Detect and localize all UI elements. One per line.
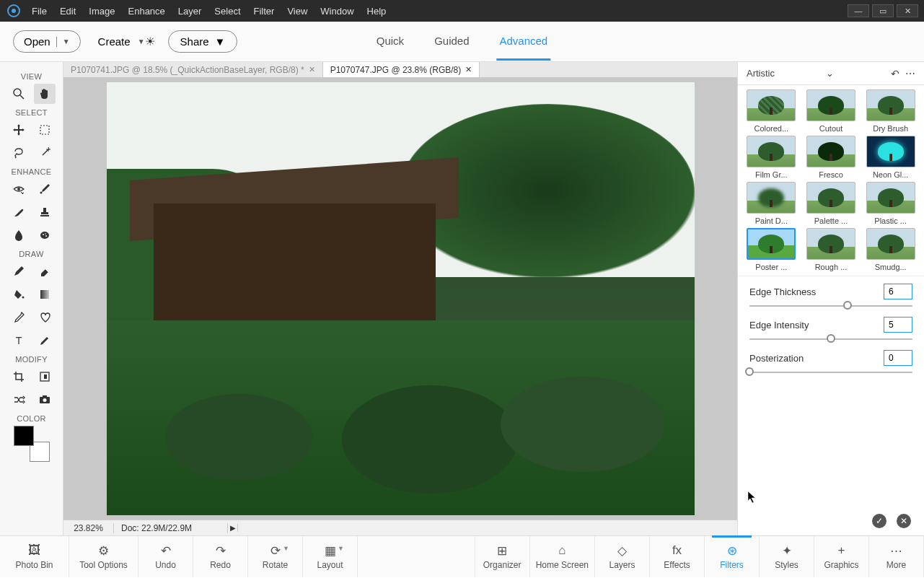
canvas-viewport[interactable] [63, 77, 737, 520]
menu-file[interactable]: File [32, 6, 47, 17]
sponge-icon[interactable] [34, 225, 56, 245]
eye-icon[interactable] [8, 179, 30, 199]
slider-track[interactable] [749, 305, 912, 307]
reset-icon[interactable]: ↶ [891, 68, 899, 79]
bb-rotate[interactable]: ⟳Rotate▼ [248, 536, 303, 577]
bb-home-screen[interactable]: ⌂Home Screen [530, 536, 595, 577]
dropper-icon[interactable] [8, 307, 30, 328]
section-label: SELECT [0, 108, 63, 117]
marquee-icon[interactable] [34, 120, 56, 140]
eraser-icon[interactable] [34, 261, 56, 281]
crop-icon[interactable] [8, 367, 30, 387]
menu-image[interactable]: Image [89, 6, 115, 17]
bb-more[interactable]: ⋯More [869, 536, 924, 577]
hand-icon[interactable] [34, 84, 56, 104]
brush-icon[interactable] [8, 261, 30, 281]
slider-handle[interactable] [745, 367, 754, 376]
filter-item[interactable]: Paint D... [744, 182, 799, 225]
svg-rect-24 [43, 395, 47, 398]
panel-header: Artistic ⌄ ↶ ⋯ [738, 62, 924, 85]
filter-item[interactable]: Colored... [744, 89, 799, 133]
bb-layout[interactable]: ▦Layout▼ [303, 536, 358, 577]
more-icon: ⋯ [890, 543, 902, 558]
tab-quick[interactable]: Quick [374, 23, 407, 61]
slider-track[interactable] [749, 338, 912, 340]
bb-label: Redo [210, 560, 231, 570]
filter-category[interactable]: Artistic [747, 68, 775, 79]
menu-window[interactable]: Window [320, 6, 353, 17]
bb-styles[interactable]: ✦Styles [760, 536, 814, 577]
cancel-button[interactable]: ✕ [897, 514, 911, 528]
filter-item[interactable]: Rough ... [804, 228, 859, 271]
filter-item[interactable]: Film Gr... [744, 136, 799, 179]
svg-rect-10 [43, 208, 46, 212]
filter-item[interactable]: Poster ... [744, 228, 799, 271]
filter-item[interactable]: Dry Brush [863, 89, 918, 133]
slider-handle[interactable] [827, 334, 835, 343]
filter-item[interactable]: Palette ... [804, 182, 859, 225]
close-tab-icon[interactable]: ✕ [465, 65, 472, 74]
bb-undo[interactable]: ↶Undo [138, 536, 193, 577]
close-button[interactable]: ✕ [897, 4, 918, 17]
menu-enhance[interactable]: Enhance [128, 6, 165, 17]
menu-help[interactable]: Help [367, 6, 387, 17]
document-tab[interactable]: P1070747.JPG @ 23.8% (RGB/8)✕ [323, 62, 480, 77]
control-input[interactable] [884, 350, 912, 366]
close-tab-icon[interactable]: ✕ [309, 65, 315, 74]
tab-guided[interactable]: Guided [431, 23, 472, 61]
left-toolbar: VIEWSELECTENHANCEDRAWTMODIFYCOLOR [0, 62, 63, 535]
slider-handle[interactable] [843, 301, 852, 310]
menu-edit[interactable]: Edit [60, 6, 76, 17]
slider-track[interactable] [749, 372, 912, 373]
blur-icon[interactable] [8, 225, 30, 245]
menu-select[interactable]: Select [214, 6, 240, 17]
stamp-icon[interactable] [34, 202, 56, 222]
filter-item[interactable]: Neon Gl... [863, 136, 918, 179]
bb-tool-options[interactable]: ⚙Tool Options [69, 536, 138, 577]
bb-organizer[interactable]: ⊞Organizer [475, 536, 530, 577]
camera-icon[interactable] [34, 390, 56, 410]
maximize-button[interactable]: ▭ [872, 4, 894, 17]
pencil-icon[interactable] [34, 330, 56, 351]
color-swatch[interactable] [14, 426, 50, 462]
chevron-down-icon[interactable]: ⌄ [826, 68, 834, 79]
gradient-icon[interactable] [34, 284, 56, 305]
shape-icon[interactable] [34, 307, 56, 328]
bb-effects[interactable]: fxEffects [650, 536, 705, 577]
menu-layer[interactable]: Layer [178, 6, 202, 17]
bb-filters[interactable]: ⊛Filters [705, 536, 760, 577]
share-button[interactable]: Share ▼ [168, 30, 238, 53]
minimize-button[interactable]: — [848, 4, 869, 17]
type-icon[interactable]: T [8, 330, 30, 351]
document-tab[interactable]: P1070741.JPG @ 18.5% (_QuickActionBaseLa… [63, 62, 323, 77]
brightness-icon[interactable]: ☀ [145, 35, 155, 48]
filter-item[interactable]: Cutout [804, 89, 859, 133]
menu-view[interactable]: View [287, 6, 307, 17]
apply-button[interactable]: ✓ [872, 514, 886, 528]
filter-item[interactable]: Smudg... [863, 228, 918, 271]
bb-layers[interactable]: ◇Layers [595, 536, 650, 577]
shuffle-icon[interactable] [8, 390, 30, 410]
brush-heal-icon[interactable] [8, 202, 30, 222]
wand-icon[interactable] [34, 143, 56, 163]
menu-filter[interactable]: Filter [254, 6, 275, 17]
control-input[interactable] [884, 317, 912, 333]
status-zoom[interactable]: 23.82% [63, 523, 114, 533]
filter-item[interactable]: Fresco [804, 136, 859, 179]
create-button[interactable]: Create ▼ [98, 35, 145, 48]
status-arrow-icon[interactable]: ▶ [228, 524, 238, 532]
bb-graphics[interactable]: +Graphics [814, 536, 869, 577]
zoom-icon[interactable] [8, 84, 30, 104]
bb-photo-bin[interactable]: 🖼Photo Bin [0, 536, 69, 577]
tab-advanced[interactable]: Advanced [497, 23, 551, 61]
control-input[interactable] [884, 284, 912, 299]
lasso-icon[interactable] [8, 143, 30, 163]
move-icon[interactable] [8, 120, 30, 140]
recompose-icon[interactable] [34, 367, 56, 387]
more-icon[interactable]: ⋯ [905, 68, 915, 79]
bb-redo[interactable]: ↷Redo [193, 536, 248, 577]
eyedropper-fix-icon[interactable] [34, 179, 56, 199]
open-button[interactable]: Open ▼ [13, 30, 81, 53]
filter-item[interactable]: Plastic ... [863, 182, 918, 225]
bucket-icon[interactable] [8, 284, 30, 305]
